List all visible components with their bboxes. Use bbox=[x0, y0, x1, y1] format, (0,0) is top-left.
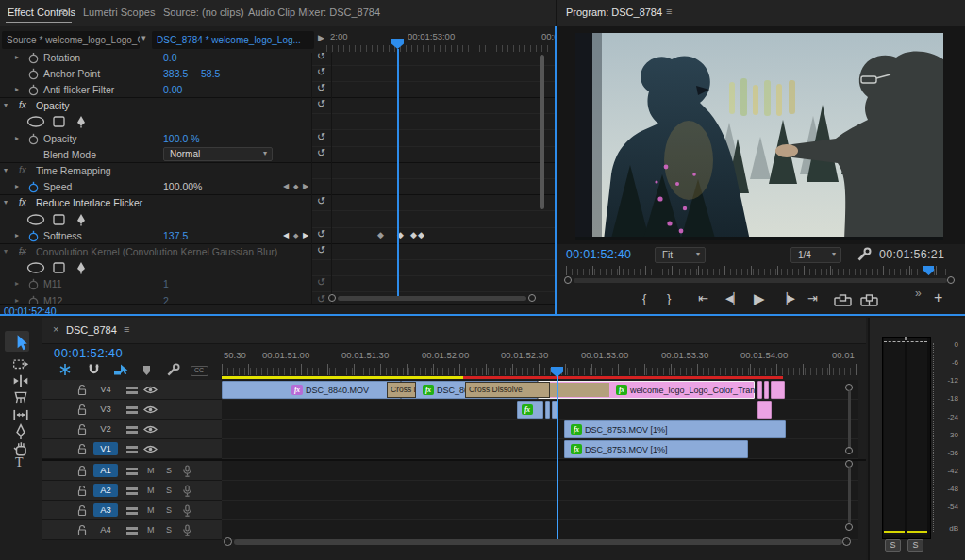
solo-button[interactable]: S bbox=[166, 486, 172, 495]
ec-hscroll-right-handle[interactable] bbox=[528, 294, 536, 302]
voiceover-mic-icon[interactable] bbox=[182, 485, 192, 498]
property-value[interactable]: 100.0 % bbox=[163, 133, 200, 144]
ec-ruler-ticks[interactable] bbox=[326, 45, 553, 52]
track-target-a3[interactable]: A3 bbox=[93, 503, 118, 517]
program-video-preview[interactable] bbox=[575, 33, 943, 240]
track-output-eye-icon[interactable] bbox=[143, 386, 158, 394]
clip-fragment[interactable] bbox=[757, 401, 772, 419]
track-output-eye-icon[interactable] bbox=[143, 405, 158, 414]
timeline-current-timecode[interactable]: 00:01:52:40 bbox=[54, 346, 123, 360]
clip-fragment[interactable] bbox=[764, 381, 769, 399]
sync-lock-icon[interactable] bbox=[125, 506, 139, 516]
collapse-arrow-icon[interactable]: ▶ bbox=[318, 33, 324, 42]
add-keyframe-button[interactable]: ◆ bbox=[293, 183, 298, 190]
lock-icon[interactable] bbox=[77, 423, 87, 436]
reset-parameter-button[interactable]: ↺ bbox=[317, 131, 325, 143]
clip-dsc-8753-v1[interactable]: fx DSC_8753.MOV [1%] bbox=[564, 440, 748, 458]
reset-parameter-button[interactable]: ↺ bbox=[317, 147, 325, 159]
timeline-settings-wrench-icon[interactable] bbox=[166, 363, 180, 377]
voiceover-mic-icon[interactable] bbox=[182, 504, 192, 518]
add-keyframe-button[interactable]: ◆ bbox=[293, 232, 298, 239]
step-back-button[interactable]: ◀▏ bbox=[725, 292, 741, 305]
stopwatch-icon[interactable] bbox=[28, 181, 39, 193]
twirl-icon[interactable]: ▸ bbox=[15, 279, 19, 288]
lift-button[interactable] bbox=[834, 294, 852, 307]
zoom-level-dropdown[interactable]: Fit ▾ bbox=[655, 247, 706, 263]
audio-scroll-bottom-handle[interactable] bbox=[845, 523, 853, 531]
effect-name[interactable]: Time Remapping bbox=[36, 165, 111, 176]
twirl-icon[interactable]: ▸ bbox=[15, 134, 19, 142]
meter-channel-left[interactable] bbox=[884, 338, 905, 535]
keyframe-icon[interactable]: ◆ bbox=[377, 230, 384, 239]
transition-cross-dissolve-1[interactable]: Cross D bbox=[387, 382, 416, 398]
property-value[interactable]: 100.00% bbox=[163, 181, 202, 192]
panel-menu-icon[interactable]: ≡ bbox=[60, 6, 66, 17]
linked-selection-icon[interactable] bbox=[113, 363, 128, 376]
property-value[interactable]: 1 bbox=[163, 278, 169, 289]
property-value[interactable]: 2 bbox=[163, 295, 169, 305]
playback-resolution-dropdown[interactable]: 1/4 ▾ bbox=[790, 247, 841, 263]
solo-button[interactable]: S bbox=[166, 505, 172, 515]
sync-lock-icon[interactable] bbox=[125, 467, 139, 476]
property-value[interactable]: 137.5 bbox=[163, 230, 188, 241]
slip-tool[interactable] bbox=[12, 406, 29, 423]
reset-effect-button[interactable]: ↺ bbox=[317, 98, 325, 110]
stopwatch-icon[interactable] bbox=[28, 133, 39, 145]
reset-parameter-button[interactable]: ↺ bbox=[317, 82, 325, 94]
zoom-scrollbar[interactable] bbox=[234, 539, 842, 545]
sync-lock-icon[interactable] bbox=[125, 386, 139, 395]
settings-wrench-icon[interactable] bbox=[857, 247, 872, 262]
lock-icon[interactable] bbox=[77, 465, 87, 477]
track-output-eye-icon[interactable] bbox=[143, 445, 158, 453]
rect-mask-icon[interactable] bbox=[53, 116, 65, 127]
track-target-a2[interactable]: A2 bbox=[93, 484, 118, 497]
mute-button[interactable]: M bbox=[147, 505, 155, 515]
pen-mask-icon[interactable] bbox=[75, 213, 87, 226]
sequence-clip-selector[interactable]: DSC_8784 * welcome_logo_Log... bbox=[152, 31, 314, 49]
reset-parameter-button[interactable]: ↺ bbox=[317, 66, 325, 78]
clip-welcome-logo[interactable]: fx welcome_logo_Logo_Color_Trans.pn bbox=[538, 381, 755, 399]
captions-toggle[interactable]: CC bbox=[191, 366, 208, 376]
close-icon[interactable]: × bbox=[53, 323, 58, 335]
previous-keyframe-button[interactable]: ◀ bbox=[283, 182, 289, 190]
lock-icon[interactable] bbox=[77, 404, 87, 416]
reset-effect-button[interactable]: ↺ bbox=[317, 195, 325, 207]
twirl-icon[interactable]: ▾ bbox=[4, 247, 8, 255]
step-forward-button[interactable]: ▕▶ bbox=[779, 292, 795, 305]
tab-program-monitor[interactable]: Program: DSC_8784 bbox=[566, 7, 662, 18]
mute-button[interactable]: M bbox=[147, 486, 155, 495]
clip-dsc-8753-v2[interactable]: fx DSC_8753.MOV [1%] bbox=[564, 420, 786, 438]
more-buttons-chevron[interactable]: » bbox=[915, 287, 922, 300]
keyframe-icon[interactable]: ◆ bbox=[418, 230, 424, 239]
program-scrollbar[interactable] bbox=[574, 278, 947, 283]
program-scroll-left-handle[interactable] bbox=[564, 276, 572, 284]
button-editor-add[interactable]: + bbox=[934, 289, 942, 306]
ec-vertical-scrollbar[interactable] bbox=[540, 55, 544, 209]
solo-button[interactable]: S bbox=[166, 525, 172, 535]
track-target-v1[interactable]: V1 bbox=[93, 442, 118, 455]
mark-in-button[interactable]: { bbox=[642, 291, 646, 305]
twirl-icon[interactable]: ▸ bbox=[15, 182, 19, 190]
stopwatch-icon[interactable] bbox=[28, 68, 39, 80]
lock-icon[interactable] bbox=[77, 485, 87, 497]
stopwatch-icon[interactable] bbox=[28, 230, 39, 242]
property-value[interactable]: 0.0 bbox=[163, 53, 177, 63]
extract-button[interactable] bbox=[860, 294, 878, 307]
play-button[interactable]: ▶ bbox=[754, 290, 765, 307]
ec-hscroll-left-handle[interactable] bbox=[328, 294, 336, 302]
next-keyframe-button[interactable]: ▶ bbox=[303, 182, 308, 190]
clip-small[interactable]: fx bbox=[517, 401, 543, 419]
ec-horizontal-scrollbar[interactable] bbox=[338, 296, 526, 301]
sequence-tab[interactable]: DSC_8784 bbox=[66, 324, 117, 336]
ec-playhead-line[interactable] bbox=[397, 49, 399, 300]
go-to-out-button[interactable]: ⇥ bbox=[807, 291, 818, 305]
previous-keyframe-button[interactable]: ◀ bbox=[283, 231, 289, 239]
reset-parameter-button[interactable]: ↺ bbox=[317, 276, 325, 288]
video-scrollbar[interactable] bbox=[848, 390, 851, 449]
twirl-icon[interactable]: ▸ bbox=[15, 231, 19, 239]
lock-icon[interactable] bbox=[77, 443, 87, 455]
add-marker-icon[interactable] bbox=[141, 364, 153, 376]
track-target-v3[interactable]: V3 bbox=[93, 403, 118, 416]
zoom-scroll-right-handle[interactable] bbox=[842, 537, 851, 546]
sync-lock-icon[interactable] bbox=[125, 405, 139, 415]
